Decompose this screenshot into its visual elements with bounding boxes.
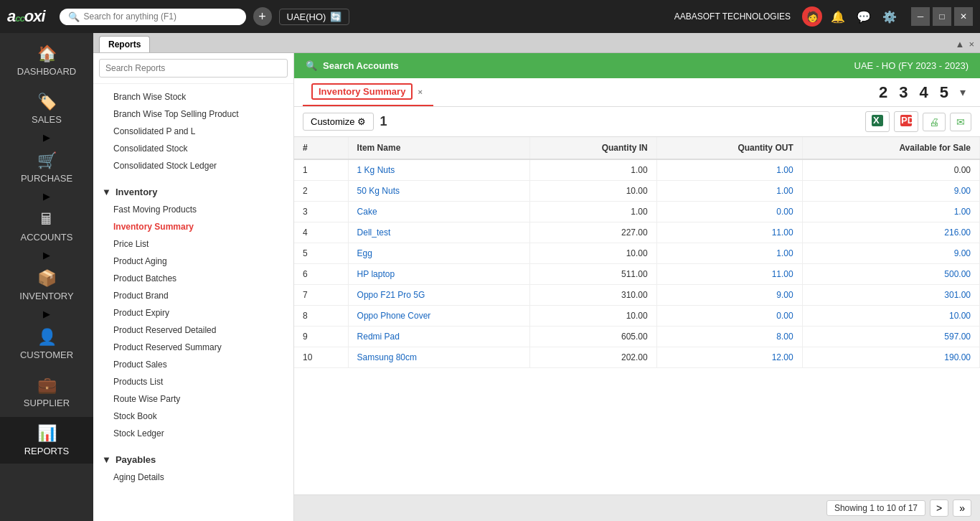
inv-tab-close-btn[interactable]: ×	[415, 87, 424, 97]
export-pdf-button[interactable]: PDF	[894, 111, 918, 132]
cell-qty-in: 310.00	[530, 285, 657, 306]
nav-item-product-batches[interactable]: Product Batches	[93, 270, 293, 287]
cell-available: 1.00	[802, 202, 979, 222]
sidebar-item-inventory[interactable]: 📦 INVENTORY ▶	[0, 262, 93, 319]
settings-icon[interactable]: ⚙️	[880, 7, 900, 27]
tab-up-arrow[interactable]: ▲	[956, 39, 965, 50]
toolbar-num-3: 3	[899, 83, 908, 102]
customer-icon: 👤	[37, 328, 57, 347]
cell-num: 4	[294, 222, 348, 243]
table-row: 5 Egg 10.00 1.00 9.00	[294, 243, 980, 264]
nav-item-branch-wise-stock[interactable]: Branch Wise Stock	[93, 88, 293, 105]
cell-qty-in: 202.00	[530, 347, 657, 368]
nav-item-consolidated-pl[interactable]: Consolidated P and L	[93, 123, 293, 140]
print-button[interactable]: 🖨	[923, 113, 946, 131]
nav-header-inventory[interactable]: ▼ Inventory	[93, 183, 293, 201]
nav-item-stock-ledger[interactable]: Stock Ledger	[93, 425, 293, 442]
sidebar-item-customer[interactable]: 👤 CUSTOMER	[0, 321, 93, 367]
sidebar-item-accounts[interactable]: 🖩 ACCOUNTS ▶	[0, 203, 93, 260]
nav-item-inventory-summary[interactable]: Inventory Summary	[93, 218, 293, 235]
cell-qty-out: 9.00	[656, 285, 802, 306]
sidebar-item-sales[interactable]: 🏷️ SALES ▶	[0, 85, 93, 143]
email-button[interactable]: ✉	[950, 113, 971, 131]
nav-item-fast-moving[interactable]: Fast Moving Products	[93, 201, 293, 218]
cell-item-name: Samsung 80cm	[348, 347, 529, 368]
cell-item-name: Redmi Pad	[348, 327, 529, 347]
next-page-button[interactable]: >	[930, 499, 948, 517]
toolbar-left: Customize ⚙ 1	[303, 113, 387, 131]
customize-button[interactable]: Customize ⚙	[303, 113, 374, 131]
nav-item-product-aging[interactable]: Product Aging	[93, 253, 293, 270]
cell-available: 9.00	[802, 181, 979, 202]
dashboard-icon: 🏠	[37, 44, 57, 63]
left-nav-search-area[interactable]	[93, 53, 293, 84]
table-row: 8 Oppo Phone Cover 10.00 0.00 10.00	[294, 306, 980, 327]
search-bar[interactable]: 🔍	[60, 9, 246, 25]
nav-item-product-brand[interactable]: Product Brand	[93, 287, 293, 304]
restore-button[interactable]: □	[933, 7, 951, 26]
company-name: AABASOFT TECHNOLOGIES	[674, 11, 791, 22]
branch-selector[interactable]: UAE(HO) 🔄	[279, 9, 350, 25]
nav-item-product-expiry[interactable]: Product Expiry	[93, 304, 293, 321]
inv-summary-tab-label: Inventory Summary	[311, 83, 413, 100]
sidebar-label-accounts: ACCOUNTS	[21, 232, 73, 243]
reports-search-input[interactable]	[99, 59, 288, 78]
sidebar-item-reports[interactable]: 📊 REPORTS	[0, 417, 93, 464]
table-area: # Item Name Quantity IN Quantity OUT Ava…	[294, 137, 980, 494]
cell-item-name: 50 Kg Nuts	[348, 181, 529, 202]
nav-item-product-sales[interactable]: Product Sales	[93, 356, 293, 373]
inventory-summary-tab[interactable]: Inventory Summary ×	[303, 78, 433, 106]
sidebar-item-purchase[interactable]: 🛒 PURCHASE ▶	[0, 144, 93, 202]
table-row: 7 Oppo F21 Pro 5G 310.00 9.00 301.00	[294, 285, 980, 306]
cell-qty-out: 0.00	[656, 202, 802, 222]
inv-tab-bar: Inventory Summary × 2 3 4 5 ▾	[294, 78, 980, 107]
green-header-subtitle: UAE - HO (FY 2023 - 2023)	[854, 60, 969, 71]
notifications-icon[interactable]: 🔔	[828, 7, 848, 27]
nav-inventory-label: Inventory	[116, 187, 158, 197]
nav-item-products-list[interactable]: Products List	[93, 373, 293, 390]
sidebar-item-supplier[interactable]: 💼 SUPPLIER	[0, 369, 93, 416]
reports-tab[interactable]: Reports	[99, 36, 150, 52]
nav-header-payables[interactable]: ▼ Payables	[93, 451, 293, 469]
last-page-button[interactable]: »	[953, 499, 971, 517]
nav-collapse-icon: ▼	[102, 187, 111, 197]
nav-item-aging-details[interactable]: Aging Details	[93, 469, 293, 486]
nav-item-product-reserved-summary[interactable]: Product Reserved Summary	[93, 339, 293, 356]
col-num: #	[294, 137, 348, 159]
accounts-icon: 🖩	[39, 210, 55, 229]
tab-close-x[interactable]: ×	[969, 39, 974, 50]
right-content: 🔍 Search Accounts UAE - HO (FY 2023 - 20…	[294, 53, 980, 521]
toolbar-more-icon[interactable]: ▾	[960, 85, 966, 99]
nav-item-product-reserved-detailed[interactable]: Product Reserved Detailed	[93, 321, 293, 339]
toolbar-num-4: 4	[920, 83, 928, 102]
nav-item-consolidated-stock-ledger[interactable]: Consolidated Stock Ledger	[93, 157, 293, 174]
nav-item-branch-top-selling[interactable]: Branch Wise Top Selling Product	[93, 105, 293, 123]
messages-icon[interactable]: 💬	[854, 7, 874, 27]
cell-num: 3	[294, 202, 348, 222]
nav-section-branch: Branch Wise Stock Branch Wise Top Sellin…	[93, 84, 293, 179]
nav-item-consolidated-stock[interactable]: Consolidated Stock	[93, 140, 293, 157]
payables-label: Payables	[116, 454, 156, 465]
export-excel-button[interactable]: X	[865, 111, 890, 132]
nav-item-price-list[interactable]: Price List	[93, 235, 293, 253]
col-item-name: Item Name	[348, 137, 529, 159]
tab-close-controls[interactable]: ▲ ×	[956, 39, 974, 50]
close-button[interactable]: ✕	[954, 7, 973, 26]
cell-qty-in: 10.00	[530, 243, 657, 264]
add-button[interactable]: +	[253, 7, 272, 26]
minimize-button[interactable]: ─	[911, 7, 930, 26]
sidebar-label-inventory: INVENTORY	[19, 291, 73, 301]
nav-item-stock-book[interactable]: Stock Book	[93, 408, 293, 425]
page-info: Showing 1 to 10 of 17	[826, 500, 925, 516]
sidebar-item-dashboard[interactable]: 🏠 DASHBOARD	[0, 37, 93, 84]
cell-item-name: HP laptop	[348, 264, 529, 285]
cell-num: 7	[294, 285, 348, 306]
search-accounts-icon: 🔍	[306, 60, 317, 71]
nav-item-route-wise-party[interactable]: Route Wise Party	[93, 390, 293, 408]
search-input[interactable]	[84, 11, 227, 22]
supplier-icon: 💼	[37, 376, 57, 395]
avatar: 🧑	[802, 6, 822, 27]
table-row: 3 Cake 1.00 0.00 1.00	[294, 202, 980, 222]
topbar: accoxi 🔍 + UAE(HO) 🔄 AABASOFT TECHNOLOGI…	[0, 0, 980, 33]
cell-item-name: 1 Kg Nuts	[348, 159, 529, 181]
